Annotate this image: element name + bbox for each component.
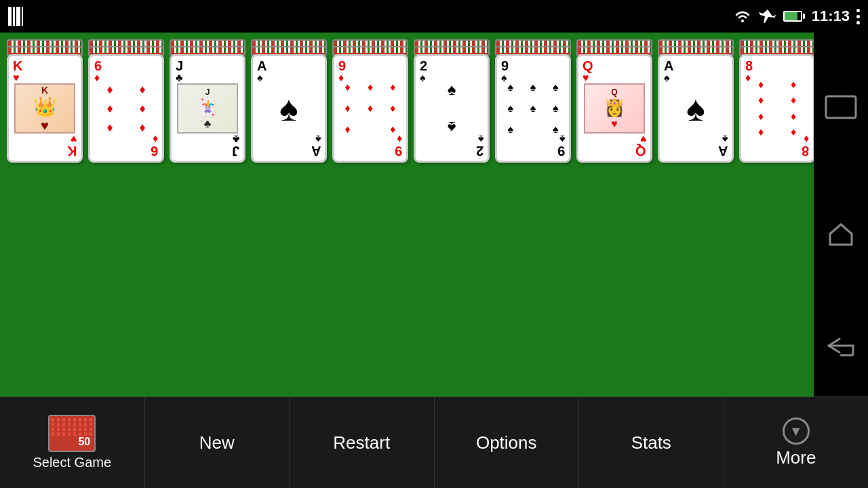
- card-jack-clubs[interactable]: J ♣ J 🃏 ♣ J ♣: [170, 54, 245, 163]
- card-suit: ♣: [176, 73, 183, 83]
- card-suit-bottom: ♠: [559, 134, 566, 144]
- card-rank-bottom: Q: [635, 144, 646, 158]
- pip: ♦: [758, 110, 764, 123]
- pip: ♦: [345, 102, 351, 115]
- card-column-4[interactable]: A ♠ ♠ A ♠: [251, 39, 327, 163]
- card-ace-spades-2[interactable]: A ♠ ♠ A ♠: [658, 54, 734, 163]
- pip: ♠: [553, 123, 559, 136]
- pip: ♦: [791, 79, 796, 91]
- wifi-icon: [733, 8, 752, 24]
- pip: ♠: [553, 102, 559, 115]
- restart-label: Restart: [333, 432, 390, 453]
- card-suit: ♠: [257, 73, 263, 83]
- pip: ♠: [553, 81, 559, 94]
- card-column-8[interactable]: Q ♥ Q 👸 ♥ Q ♥: [576, 39, 652, 163]
- pip: ♦: [368, 81, 373, 94]
- card-suit-bottom: ♠: [315, 134, 321, 144]
- overflow-menu-icon[interactable]: [856, 9, 860, 24]
- pip: ♦: [139, 121, 145, 135]
- card-suit-bottom: ♣: [233, 134, 240, 144]
- status-bar-right: 11:13: [733, 7, 860, 25]
- card-king-hearts[interactable]: K ♥ K 👑 ♥ K ♥: [7, 54, 83, 163]
- card-rank-bottom: A: [311, 144, 321, 158]
- more-label: More: [776, 447, 816, 468]
- pip: ♦: [368, 102, 373, 115]
- card-rank: K: [13, 59, 22, 73]
- card-queen-hearts[interactable]: Q ♥ Q 👸 ♥ Q ♥: [576, 54, 652, 163]
- card-column-10[interactable]: 8 ♦ ♦ ♦ ♦ ♦ ♦ ♦ ♦ ♦ 8 ♦: [739, 39, 815, 163]
- card-suit-bottom: ♥: [640, 134, 647, 144]
- landscape-button[interactable]: [825, 95, 857, 124]
- pip: ♦: [106, 102, 113, 116]
- card-column-1[interactable]: K ♥ K 👑 ♥ K ♥: [7, 39, 83, 163]
- card-9-spades[interactable]: 9 ♠ ♠ ♠ ♠ ♠ ♠ ♠ ♠ ♠ 9 ♠: [495, 54, 571, 163]
- stats-button[interactable]: Stats: [579, 397, 724, 488]
- new-label: New: [199, 432, 235, 453]
- more-dropdown-icon: ▼: [783, 418, 810, 445]
- card-ace-spades-1[interactable]: A ♠ ♠ A ♠: [251, 54, 327, 163]
- card-rank-bottom: K: [67, 144, 77, 158]
- time-display: 11:13: [812, 7, 850, 25]
- options-button[interactable]: Options: [435, 397, 580, 488]
- more-button[interactable]: ▼ More: [724, 397, 869, 488]
- card-column-3[interactable]: J ♣ J 🃏 ♣ J ♣: [170, 39, 245, 163]
- card-pip-center: ♠: [686, 88, 705, 129]
- pip: ♦: [345, 81, 351, 94]
- card-column-2[interactable]: 6 ♦ ♦ ♦ ♦ ♦ ♦ ♦ 6 ♦: [88, 39, 164, 163]
- chevron-down-icon: ▼: [789, 424, 803, 439]
- card-rank-bottom: 9: [557, 144, 565, 158]
- status-bar: 11:13: [0, 0, 868, 33]
- pip: ♠: [530, 102, 536, 115]
- pip: ♦: [758, 94, 764, 106]
- pip: ♦: [106, 83, 113, 97]
- card-2-spades[interactable]: 2 ♠ ♠ ♠ 2 ♠: [414, 54, 490, 163]
- card-suit-bottom: ♦: [397, 134, 402, 144]
- card-column-7[interactable]: 9 ♠ ♠ ♠ ♠ ♠ ♠ ♠ ♠ ♠ 9 ♠: [495, 39, 571, 163]
- pip: ♦: [139, 83, 145, 97]
- battery-icon: [783, 11, 805, 22]
- pip: ♦: [791, 126, 796, 138]
- pip: ♠: [530, 81, 536, 94]
- card-rank: A: [257, 59, 267, 73]
- card-suit-bottom: ♦: [153, 134, 158, 144]
- select-game-card: [48, 415, 96, 452]
- card-suit-bottom: ♦: [804, 134, 809, 144]
- pip: ♠: [507, 123, 513, 136]
- card-rank: Q: [583, 59, 593, 73]
- card-rank-bottom: 6: [151, 144, 158, 158]
- card-suit-bottom: ♠: [478, 134, 484, 144]
- options-label: Options: [476, 432, 537, 453]
- card-suit: ♥: [13, 73, 20, 83]
- home-button[interactable]: [827, 222, 854, 251]
- card-rank: J: [176, 59, 183, 73]
- card-rank-bottom: 9: [395, 144, 402, 158]
- pip: ♦: [345, 123, 351, 136]
- card-rank-bottom: 8: [802, 144, 809, 158]
- back-button[interactable]: [826, 335, 856, 361]
- cards-row: K ♥ K 👑 ♥ K ♥: [7, 39, 815, 163]
- restart-button[interactable]: Restart: [290, 397, 435, 488]
- pip: ♦: [791, 110, 796, 123]
- card-rank: 2: [420, 59, 427, 73]
- card-suit: ♠: [420, 73, 426, 83]
- card-pip-center: ♠: [279, 88, 298, 129]
- game-area: K ♥ K 👑 ♥ K ♥: [0, 33, 814, 396]
- card-rank-bottom: J: [232, 144, 239, 158]
- pip: ♦: [390, 123, 395, 136]
- card-rank: 8: [745, 59, 753, 73]
- pip: ♦: [758, 79, 764, 91]
- new-game-button[interactable]: New: [145, 397, 290, 488]
- pip: ♦: [758, 126, 764, 138]
- card-rank: 9: [501, 59, 509, 73]
- card-8-diamonds[interactable]: 8 ♦ ♦ ♦ ♦ ♦ ♦ ♦ ♦ ♦ 8 ♦: [739, 54, 815, 163]
- card-rank: A: [664, 59, 673, 73]
- card-9-diamonds[interactable]: 9 ♦ ♦ ♦ ♦ ♦ ♦ ♦ ♦ ♦ 9 ♦: [332, 54, 408, 163]
- card-rank: 9: [338, 59, 346, 73]
- card-suit: ♠: [664, 73, 670, 83]
- svg-point-0: [741, 20, 744, 22]
- card-column-5[interactable]: 9 ♦ ♦ ♦ ♦ ♦ ♦ ♦ ♦ ♦ 9 ♦: [332, 39, 408, 163]
- select-game-button[interactable]: Select Game: [0, 397, 145, 488]
- card-column-6[interactable]: 2 ♠ ♠ ♠ 2 ♠: [414, 39, 490, 163]
- card-6-diamonds[interactable]: 6 ♦ ♦ ♦ ♦ ♦ ♦ ♦ 6 ♦: [88, 54, 164, 163]
- card-column-9[interactable]: A ♠ ♠ A ♠: [658, 39, 734, 163]
